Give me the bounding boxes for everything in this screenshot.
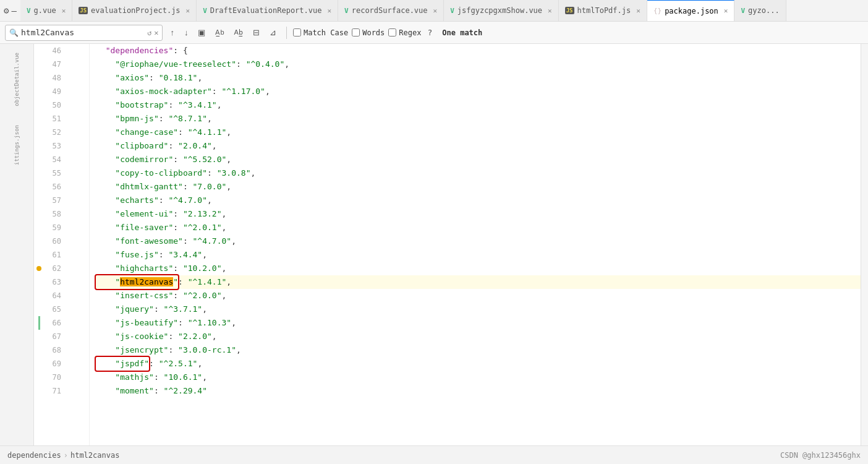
line-indicator: [34, 139, 44, 153]
regex-option[interactable]: Regex: [388, 28, 421, 37]
minus-icon[interactable]: —: [11, 6, 16, 15]
token: "7.0.0": [193, 180, 227, 194]
token: ,: [226, 126, 231, 139]
code-line: "dependencies": {: [96, 44, 861, 58]
sidebar-text-2: ittings.json: [14, 125, 20, 165]
scrollbar[interactable]: [861, 44, 868, 445]
tab-t3[interactable]: VDraftEvaluationReport.vue✕: [197, 0, 338, 22]
line-indicator: [34, 289, 44, 303]
token: ,: [222, 207, 227, 221]
line-number: 52: [44, 126, 66, 139]
token: :: [178, 126, 188, 139]
token: ,: [212, 139, 217, 153]
words-option[interactable]: Words: [352, 28, 385, 37]
line-number: 54: [44, 153, 66, 166]
line-indicator: [34, 194, 44, 207]
token: "fuse.js": [96, 248, 159, 262]
code-line: "echarts": "^4.7.0",: [96, 194, 861, 207]
token: "bootstrap": [96, 98, 168, 112]
tab-t5[interactable]: VjsfgyzcpgxmShow.vue✕: [444, 0, 559, 22]
find-in-selection-button[interactable]: A̲b: [211, 27, 228, 38]
breadcrumb-item-1: dependencies: [7, 451, 61, 460]
tab-close-button[interactable]: ✕: [186, 7, 190, 15]
next-match-button[interactable]: ↓: [181, 26, 192, 39]
token: : {: [173, 44, 187, 58]
match-case-checkbox[interactable]: [293, 28, 301, 37]
refresh-icon[interactable]: ↺: [147, 28, 151, 37]
token: :: [154, 384, 164, 398]
prev-match-button[interactable]: ↑: [166, 26, 178, 39]
line-indicator: [34, 207, 44, 221]
token: "2.0.4": [178, 139, 212, 153]
line-indicator: [34, 153, 44, 166]
line-number: 65: [44, 303, 66, 316]
token: "jquery": [96, 303, 154, 316]
match-case-label: Match Case: [304, 28, 348, 37]
token: ,: [202, 303, 207, 316]
search-help[interactable]: ?: [427, 28, 432, 37]
funnel-button[interactable]: ⊿: [266, 26, 280, 39]
line-number: 46: [44, 44, 66, 58]
tab-close-button[interactable]: ✕: [327, 7, 331, 15]
tab-bar-controls: ⚙ —: [0, 6, 20, 15]
token: "^3.7.1": [164, 303, 203, 316]
tab-close-button[interactable]: ✕: [433, 7, 438, 15]
words-checkbox[interactable]: [352, 28, 360, 37]
line-number-row: 46: [34, 44, 89, 58]
token: "codemirror": [96, 153, 173, 166]
code-editor[interactable]: "dependencies": { "@riophae/vue-treesele…: [90, 44, 861, 445]
tab-close-button[interactable]: ✕: [62, 7, 66, 15]
token: "font-awesome": [96, 234, 183, 248]
line-number: 53: [44, 139, 66, 153]
token: "mathjs": [96, 371, 154, 384]
tab-t8[interactable]: Vgyzo...: [734, 0, 786, 22]
token: "^8.7.1": [168, 112, 207, 126]
code-line: "codemirror": "^5.52.0",: [96, 153, 861, 166]
search-match-box: "html2canvas": [96, 275, 178, 289]
line-number: 64: [44, 289, 66, 303]
line-number-row: 50: [34, 98, 89, 112]
tab-label: g.vue: [34, 6, 56, 15]
tab-t4[interactable]: VrecordSurface.vue✕: [338, 0, 444, 22]
search-icon: 🔍: [9, 28, 19, 37]
clear-search-icon[interactable]: ✕: [154, 28, 158, 37]
tab-t2[interactable]: JSevaluationProject.js✕: [72, 0, 197, 22]
match-case-option[interactable]: Match Case: [293, 28, 348, 37]
token: "2.13.2": [183, 207, 222, 221]
token: :: [173, 221, 183, 234]
tab-close-button[interactable]: ✕: [636, 7, 640, 15]
token: ,: [202, 371, 207, 384]
toggle-replace-button[interactable]: Ab̲: [231, 27, 247, 38]
tab-t6[interactable]: JShtmlToPdf.js✕: [559, 0, 647, 22]
token: ,: [250, 166, 255, 180]
tab-t1[interactable]: Vg.vue✕: [20, 0, 72, 22]
token: :: [154, 371, 164, 384]
dot-indicator: [36, 266, 41, 271]
line-number-row: 71: [34, 384, 89, 398]
settings-icon[interactable]: ⚙: [4, 6, 9, 15]
select-all-button[interactable]: ▣: [194, 26, 209, 39]
tab-close-button[interactable]: ✕: [724, 7, 728, 15]
line-number: 50: [44, 98, 66, 112]
line-indicator: [34, 262, 44, 275]
code-line: "mathjs": "10.6.1",: [96, 371, 861, 384]
vue-icon: V: [344, 7, 349, 15]
search-input-wrap[interactable]: 🔍 ↺ ✕: [5, 25, 163, 41]
token: "^1.10.3": [188, 316, 231, 330]
tab-label: evaluationProject.js: [91, 6, 181, 15]
line-number-row: 63: [34, 275, 89, 289]
line-number: 48: [44, 71, 66, 85]
search-bar: 🔍 ↺ ✕ ↑ ↓ ▣ A̲b Ab̲ ⊟ ⊿ Match Case Words…: [0, 22, 868, 44]
token: :: [168, 343, 178, 357]
token: "^2.29.4": [164, 384, 207, 398]
token: "^4.7.0": [168, 194, 207, 207]
line-number: 51: [44, 112, 66, 126]
regex-checkbox[interactable]: [388, 28, 396, 37]
line-number-row: 57: [34, 194, 89, 207]
tab-close-button[interactable]: ✕: [548, 7, 552, 15]
line-number: 63: [44, 275, 66, 289]
tab-t7[interactable]: {}package.json✕: [647, 0, 735, 22]
line-number: 70: [44, 371, 66, 384]
filter-button[interactable]: ⊟: [249, 26, 263, 39]
search-input[interactable]: [21, 28, 145, 37]
